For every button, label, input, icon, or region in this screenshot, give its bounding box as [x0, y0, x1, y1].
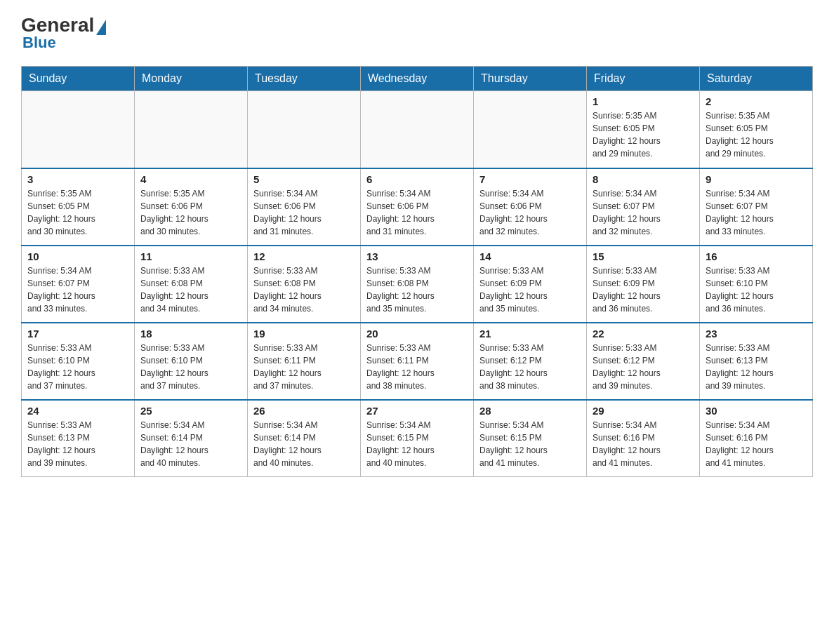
day-info: Sunrise: 5:34 AM Sunset: 6:16 PM Dayligh… [593, 419, 694, 469]
day-info: Sunrise: 5:33 AM Sunset: 6:10 PM Dayligh… [27, 342, 128, 392]
day-info: Sunrise: 5:33 AM Sunset: 6:09 PM Dayligh… [593, 264, 694, 315]
calendar-cell: 23Sunrise: 5:33 AM Sunset: 6:13 PM Dayli… [700, 323, 813, 400]
day-number: 2 [706, 95, 807, 107]
weekday-header-monday: Monday [135, 67, 248, 91]
day-info: Sunrise: 5:33 AM Sunset: 6:13 PM Dayligh… [27, 419, 128, 469]
calendar-cell: 24Sunrise: 5:33 AM Sunset: 6:13 PM Dayli… [22, 400, 135, 477]
calendar-cell: 1Sunrise: 5:35 AM Sunset: 6:05 PM Daylig… [587, 91, 700, 168]
day-number: 29 [593, 405, 694, 417]
day-info: Sunrise: 5:33 AM Sunset: 6:08 PM Dayligh… [253, 264, 355, 315]
calendar-cell: 13Sunrise: 5:33 AM Sunset: 6:08 PM Dayli… [361, 246, 474, 323]
calendar-cell: 8Sunrise: 5:34 AM Sunset: 6:07 PM Daylig… [587, 168, 700, 246]
day-info: Sunrise: 5:34 AM Sunset: 6:15 PM Dayligh… [366, 419, 468, 469]
day-number: 17 [27, 328, 128, 340]
day-info: Sunrise: 5:33 AM Sunset: 6:11 PM Dayligh… [253, 342, 355, 392]
day-info: Sunrise: 5:34 AM Sunset: 6:14 PM Dayligh… [140, 419, 241, 469]
calendar-cell: 10Sunrise: 5:34 AM Sunset: 6:07 PM Dayli… [22, 246, 135, 323]
page-header: General Blue [21, 14, 813, 52]
day-info: Sunrise: 5:33 AM Sunset: 6:08 PM Dayligh… [366, 264, 468, 315]
day-number: 24 [27, 405, 128, 417]
weekday-header-thursday: Thursday [474, 67, 587, 91]
day-number: 6 [366, 173, 468, 185]
calendar-cell: 12Sunrise: 5:33 AM Sunset: 6:08 PM Dayli… [248, 246, 361, 323]
day-info: Sunrise: 5:33 AM Sunset: 6:10 PM Dayligh… [706, 264, 807, 315]
day-number: 23 [706, 328, 807, 340]
day-info: Sunrise: 5:35 AM Sunset: 6:05 PM Dayligh… [27, 187, 128, 238]
calendar-cell: 3Sunrise: 5:35 AM Sunset: 6:05 PM Daylig… [22, 168, 135, 246]
calendar-cell [361, 91, 474, 168]
weekday-header-row: SundayMondayTuesdayWednesdayThursdayFrid… [22, 67, 813, 91]
calendar-cell: 14Sunrise: 5:33 AM Sunset: 6:09 PM Dayli… [474, 246, 587, 323]
day-info: Sunrise: 5:34 AM Sunset: 6:06 PM Dayligh… [366, 187, 468, 238]
day-info: Sunrise: 5:33 AM Sunset: 6:08 PM Dayligh… [140, 264, 241, 315]
calendar-cell: 6Sunrise: 5:34 AM Sunset: 6:06 PM Daylig… [361, 168, 474, 246]
calendar-cell [135, 91, 248, 168]
day-number: 19 [253, 328, 355, 340]
weekday-header-wednesday: Wednesday [361, 67, 474, 91]
calendar-cell: 2Sunrise: 5:35 AM Sunset: 6:05 PM Daylig… [700, 91, 813, 168]
calendar-cell: 21Sunrise: 5:33 AM Sunset: 6:12 PM Dayli… [474, 323, 587, 400]
calendar-cell: 26Sunrise: 5:34 AM Sunset: 6:14 PM Dayli… [248, 400, 361, 477]
weekday-header-saturday: Saturday [700, 67, 813, 91]
day-number: 3 [27, 173, 128, 185]
calendar-week-row: 17Sunrise: 5:33 AM Sunset: 6:10 PM Dayli… [22, 323, 813, 400]
day-info: Sunrise: 5:34 AM Sunset: 6:07 PM Dayligh… [706, 187, 807, 238]
calendar-cell: 30Sunrise: 5:34 AM Sunset: 6:16 PM Dayli… [700, 400, 813, 477]
day-info: Sunrise: 5:33 AM Sunset: 6:10 PM Dayligh… [140, 342, 241, 392]
logo-triangle-icon [96, 20, 106, 35]
calendar-cell: 11Sunrise: 5:33 AM Sunset: 6:08 PM Dayli… [135, 246, 248, 323]
day-number: 27 [366, 405, 468, 417]
day-number: 9 [706, 173, 807, 185]
weekday-header-tuesday: Tuesday [248, 67, 361, 91]
day-number: 18 [140, 328, 241, 340]
calendar-cell: 16Sunrise: 5:33 AM Sunset: 6:10 PM Dayli… [700, 246, 813, 323]
day-number: 10 [27, 250, 128, 262]
day-info: Sunrise: 5:33 AM Sunset: 6:12 PM Dayligh… [593, 342, 694, 392]
day-number: 26 [253, 405, 355, 417]
calendar-cell: 19Sunrise: 5:33 AM Sunset: 6:11 PM Dayli… [248, 323, 361, 400]
day-number: 4 [140, 173, 241, 185]
calendar-cell: 4Sunrise: 5:35 AM Sunset: 6:06 PM Daylig… [135, 168, 248, 246]
calendar-cell: 15Sunrise: 5:33 AM Sunset: 6:09 PM Dayli… [587, 246, 700, 323]
day-number: 25 [140, 405, 241, 417]
weekday-header-sunday: Sunday [22, 67, 135, 91]
calendar-table: SundayMondayTuesdayWednesdayThursdayFrid… [21, 66, 813, 477]
day-info: Sunrise: 5:34 AM Sunset: 6:14 PM Dayligh… [253, 419, 355, 469]
calendar-cell: 17Sunrise: 5:33 AM Sunset: 6:10 PM Dayli… [22, 323, 135, 400]
day-number: 13 [366, 250, 468, 262]
day-number: 22 [593, 328, 694, 340]
calendar-cell [22, 91, 135, 168]
calendar-cell: 20Sunrise: 5:33 AM Sunset: 6:11 PM Dayli… [361, 323, 474, 400]
day-number: 16 [706, 250, 807, 262]
day-number: 12 [253, 250, 355, 262]
day-info: Sunrise: 5:34 AM Sunset: 6:06 PM Dayligh… [253, 187, 355, 238]
day-number: 11 [140, 250, 241, 262]
day-info: Sunrise: 5:34 AM Sunset: 6:15 PM Dayligh… [479, 419, 581, 469]
calendar-cell: 28Sunrise: 5:34 AM Sunset: 6:15 PM Dayli… [474, 400, 587, 477]
day-number: 15 [593, 250, 694, 262]
calendar-week-row: 24Sunrise: 5:33 AM Sunset: 6:13 PM Dayli… [22, 400, 813, 477]
calendar-cell: 7Sunrise: 5:34 AM Sunset: 6:06 PM Daylig… [474, 168, 587, 246]
day-info: Sunrise: 5:34 AM Sunset: 6:07 PM Dayligh… [27, 264, 128, 315]
day-info: Sunrise: 5:33 AM Sunset: 6:11 PM Dayligh… [366, 342, 468, 392]
calendar-week-row: 1Sunrise: 5:35 AM Sunset: 6:05 PM Daylig… [22, 91, 813, 168]
calendar-cell [248, 91, 361, 168]
calendar-cell: 22Sunrise: 5:33 AM Sunset: 6:12 PM Dayli… [587, 323, 700, 400]
day-number: 28 [479, 405, 581, 417]
day-info: Sunrise: 5:35 AM Sunset: 6:05 PM Dayligh… [706, 109, 807, 160]
day-number: 8 [593, 173, 694, 185]
day-info: Sunrise: 5:33 AM Sunset: 6:13 PM Dayligh… [706, 342, 807, 392]
day-number: 1 [593, 95, 694, 107]
day-info: Sunrise: 5:34 AM Sunset: 6:16 PM Dayligh… [706, 419, 807, 469]
day-info: Sunrise: 5:35 AM Sunset: 6:06 PM Dayligh… [140, 187, 241, 238]
calendar-cell: 27Sunrise: 5:34 AM Sunset: 6:15 PM Dayli… [361, 400, 474, 477]
day-number: 21 [479, 328, 581, 340]
calendar-cell: 29Sunrise: 5:34 AM Sunset: 6:16 PM Dayli… [587, 400, 700, 477]
day-info: Sunrise: 5:33 AM Sunset: 6:09 PM Dayligh… [479, 264, 581, 315]
day-number: 7 [479, 173, 581, 185]
calendar-week-row: 10Sunrise: 5:34 AM Sunset: 6:07 PM Dayli… [22, 246, 813, 323]
logo: General Blue [21, 14, 106, 52]
weekday-header-friday: Friday [587, 67, 700, 91]
day-number: 14 [479, 250, 581, 262]
day-info: Sunrise: 5:34 AM Sunset: 6:06 PM Dayligh… [479, 187, 581, 238]
